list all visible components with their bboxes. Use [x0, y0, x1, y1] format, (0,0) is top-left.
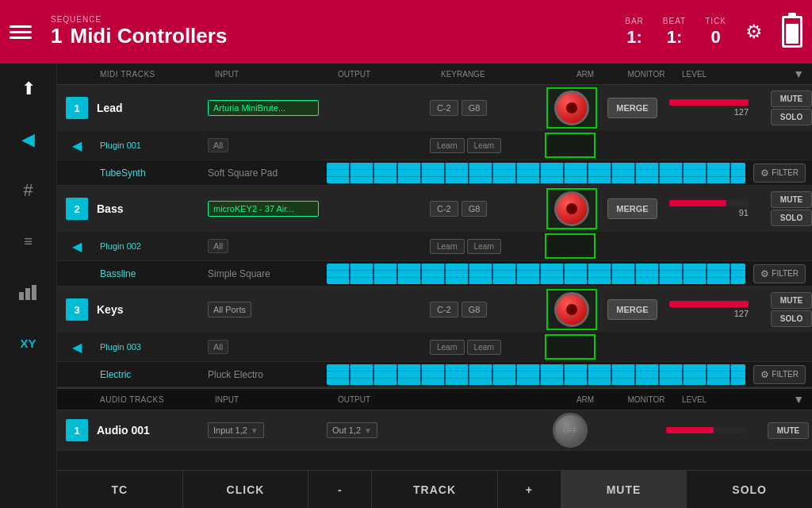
audio-track-1-mute-button[interactable]: MUTE [768, 422, 809, 439]
track-3-keyrange: C-2 G8 [430, 302, 545, 318]
track-3-filter-button[interactable]: ⚙ FILTER [753, 365, 806, 384]
audio-arm-col-label: ARM [560, 395, 611, 404]
sidebar-lines-button[interactable]: ≡ [13, 225, 44, 257]
tick-value: 0 [710, 27, 720, 48]
track-1-number[interactable]: 1 [66, 97, 88, 119]
midi-tracks-dropdown-icon[interactable]: ▼ [793, 67, 804, 80]
track-2-arm-plugin-spacer [545, 233, 596, 259]
audio-track-1-num-col: 1 [57, 419, 97, 441]
track-2-piano-roll[interactable] [327, 264, 745, 284]
audio-level-col-label: LEVEL [682, 395, 793, 404]
track-1-arm-button[interactable] [554, 90, 589, 125]
tick-display: TICK 0 [705, 17, 726, 48]
track-1-plugin-name: Plugin 001 [97, 140, 208, 150]
track-2-key-high[interactable]: G8 [462, 201, 488, 217]
track-1-filter-button[interactable]: ⚙ FILTER [753, 164, 806, 183]
tracks-scroll-area: 1 Lead Arturia MiniBrute... C-2 G8 [57, 85, 812, 470]
track-2-learn-high-button[interactable]: Learn [467, 239, 502, 254]
track-1-plugin-row: ◀ Plugin 001 All Learn Learn [57, 131, 812, 160]
track-1-key-low[interactable]: C-2 [430, 100, 458, 116]
audio-tracks-dropdown-icon[interactable]: ▼ [793, 393, 804, 406]
track-2-input-col: microKEY2 - 37 Air... [208, 201, 327, 217]
audio-track-1-arm-col: OFF [545, 413, 596, 448]
track-1-merge-button[interactable]: MERGE [607, 98, 657, 118]
click-button[interactable]: CLICK [183, 471, 309, 508]
app-title: Midi Controllers [70, 24, 227, 48]
track-1-preset-name: Soft Square Pad [208, 167, 327, 179]
menu-button[interactable] [10, 25, 32, 39]
track-1-level-fill [669, 99, 749, 106]
audio-monitor-col-label: MONITOR [611, 395, 682, 404]
transport-right: BAR 1: BEAT 1: TICK 0 ⚙ [625, 16, 802, 48]
track-2-keyrange: C-2 G8 [430, 201, 545, 217]
track-2-learn-low-button[interactable]: Learn [430, 239, 465, 254]
track-1-name: Lead [97, 102, 208, 114]
track-2-key-low[interactable]: C-2 [430, 201, 458, 217]
track-1-piano-roll[interactable] [327, 163, 745, 183]
track-1-learn-low-button[interactable]: Learn [430, 138, 465, 153]
sequence-label: SEQUENCE [51, 15, 227, 24]
track-2-solo-button[interactable]: SOLO [771, 210, 812, 226]
track-2-arm-col [546, 188, 597, 229]
track-2-input-value[interactable]: microKEY2 - 37 Air... [208, 201, 319, 217]
audio-track-1-arm-button[interactable]: OFF [553, 413, 588, 448]
track-3-plugin-input[interactable]: All [208, 340, 228, 354]
track-3-mute-button[interactable]: MUTE [771, 292, 812, 309]
track-2-level-fill [669, 200, 726, 206]
midi-tracks-header: MIDI TRACKS INPUT OUTPUT KEYRANGE ARM MO… [57, 64, 812, 85]
svg-rect-2 [32, 285, 36, 300]
track-1-solo-button[interactable]: SOLO [771, 109, 812, 125]
audio-track-1-input-value[interactable]: Input 1,2 ▼ [208, 422, 264, 438]
sidebar-up-button[interactable]: ⬆ [13, 73, 44, 105]
track-1-input-value[interactable]: Arturia MiniBrute... [208, 100, 319, 116]
settings-icon[interactable]: ⚙ [745, 21, 763, 43]
track-3-key-low[interactable]: C-2 [430, 302, 458, 318]
track-3-solo-button[interactable]: SOLO [771, 310, 812, 327]
track-2-arm-button[interactable] [554, 191, 589, 226]
track-button[interactable]: TRACK [372, 471, 498, 508]
midi-tracks-col-label: MIDI TRACKS [100, 70, 215, 79]
track-1-level-bar [669, 99, 749, 106]
track-1-arm-plugin-spacer [545, 133, 596, 158]
minus-button[interactable]: - [308, 471, 372, 508]
solo-toolbar-button[interactable]: SOLO [687, 471, 812, 508]
track-3-key-high[interactable]: G8 [462, 302, 488, 318]
midi-input-col-label: INPUT [215, 70, 338, 79]
mute-toolbar-button[interactable]: MUTE [561, 471, 688, 508]
track-2-level-value: 91 [669, 208, 749, 217]
track-3-arrow-col: ◀ [57, 340, 97, 355]
sidebar-hash-button[interactable]: # [13, 175, 44, 206]
track-3-direction-icon[interactable]: ◀ [72, 340, 82, 355]
track-2-plugin-row: ◀ Plugin 002 All Learn Learn [57, 232, 812, 260]
track-1-learn-high-button[interactable]: Learn [467, 138, 502, 153]
track-3-learn-low-button[interactable]: Learn [430, 340, 465, 355]
sidebar-bars-button[interactable] [13, 276, 44, 308]
track-2-mute-button[interactable]: MUTE [771, 191, 812, 208]
track-3-piano-roll[interactable] [327, 364, 745, 385]
track-2-merge-button[interactable]: MERGE [607, 198, 657, 219]
track-3-number[interactable]: 3 [66, 298, 88, 321]
track-3-learn-high-button[interactable]: Learn [467, 340, 502, 355]
track-2-preset-name: Simple Square [208, 268, 327, 279]
audio-track-1-number[interactable]: 1 [66, 419, 88, 441]
track-2-number[interactable]: 2 [66, 198, 88, 220]
track-1-group: 1 Lead Arturia MiniBrute... C-2 G8 [57, 85, 812, 186]
track-3-merge-button[interactable]: MERGE [607, 299, 657, 320]
track-2-filter-button[interactable]: ⚙ FILTER [753, 264, 806, 283]
track-2-name: Bass [97, 202, 208, 215]
sidebar-arrow-left-button[interactable]: ◀ [13, 124, 44, 156]
track-1-direction-icon[interactable]: ◀ [72, 138, 82, 153]
audio-track-1-output-value[interactable]: Out 1,2 ▼ [327, 422, 377, 438]
track-3-input-value[interactable]: All Ports [208, 302, 251, 318]
track-3-name: Keys [97, 303, 208, 316]
track-1-plugin-input[interactable]: All [208, 138, 228, 152]
sidebar-xy-button[interactable]: XY [13, 327, 44, 359]
track-3-arm-button[interactable] [554, 292, 589, 327]
tc-button[interactable]: TC [57, 471, 183, 508]
track-1-learn-group: Learn Learn [430, 138, 545, 153]
track-1-mute-button[interactable]: MUTE [771, 90, 812, 107]
track-1-key-high[interactable]: G8 [462, 100, 488, 116]
track-2-plugin-input[interactable]: All [208, 239, 228, 253]
track-2-direction-icon[interactable]: ◀ [72, 239, 82, 254]
plus-button[interactable]: + [498, 471, 561, 508]
